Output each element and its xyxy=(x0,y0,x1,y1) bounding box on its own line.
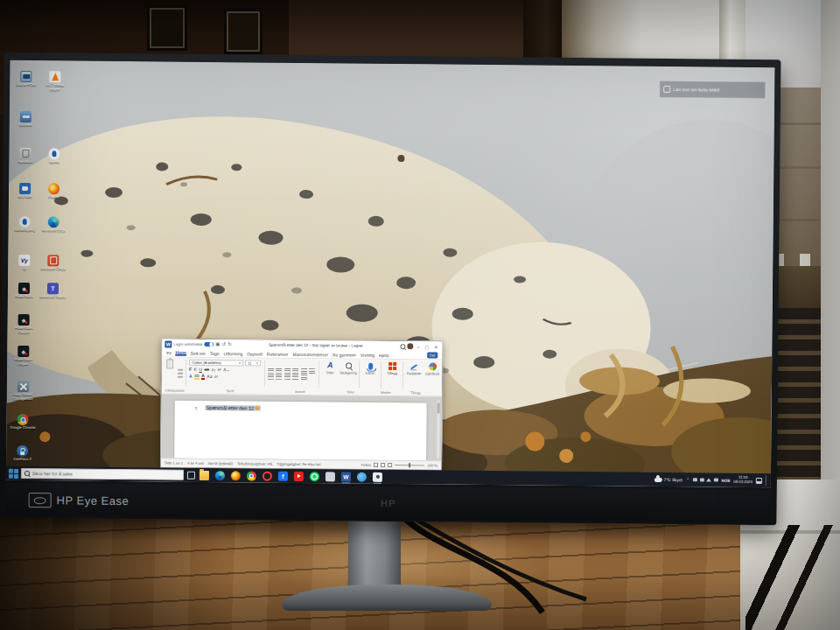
document-scrollbar[interactable] xyxy=(437,401,440,458)
clock[interactable]: 11:18 08.03.2024 xyxy=(733,476,752,485)
desktop-icon-chat-app[interactable]: Min Side xyxy=(11,183,38,200)
tab-hjem[interactable]: Hjem xyxy=(176,350,186,356)
start-button[interactable] xyxy=(9,468,18,478)
scrollbar-thumb[interactable] xyxy=(437,403,440,414)
taskbar-firefox[interactable] xyxy=(229,468,242,482)
web-layout-icon[interactable] xyxy=(388,463,392,467)
font-name-combo[interactable]: Calibri (Brødtekst)▾ xyxy=(189,360,243,367)
desktop-icon-recycle-bin[interactable]: Papirkurv xyxy=(11,148,38,164)
desktop-icon-vy[interactable]: VyVy xyxy=(10,255,38,271)
desktop-icon-keepass[interactable]: KeePass 2 xyxy=(9,445,36,462)
text-predictions[interactable]: Tekstforutsigelser: På xyxy=(237,461,272,466)
read-mode-icon[interactable] xyxy=(374,463,378,467)
close-button[interactable]: ✕ xyxy=(432,344,439,349)
save-icon[interactable]: ▣ xyxy=(215,342,220,347)
autosave-toggle[interactable] xyxy=(204,342,214,347)
taskbar-app[interactable] xyxy=(324,469,337,483)
tab-oppsett[interactable]: Oppsett xyxy=(247,351,262,356)
network-icon[interactable] xyxy=(706,478,711,481)
share-button[interactable]: Del xyxy=(427,352,438,358)
battery-icon[interactable] xyxy=(700,478,704,481)
autocorrect-badge-icon[interactable] xyxy=(256,406,260,410)
accessibility-checker[interactable]: Tilgjengelighet: Se etter feil xyxy=(276,462,320,466)
desktop-icon-configurator[interactable]: Easy-Smart Configurator xyxy=(10,381,37,402)
focus-mode[interactable]: Fokus xyxy=(361,463,371,467)
eye-ease-icon xyxy=(29,493,52,508)
addins-button[interactable]: Tillegg xyxy=(384,361,400,388)
desktop-icon-poker-3[interactable]: ♠PokerStars Vegas xyxy=(10,346,37,367)
taskbar-photos[interactable] xyxy=(355,470,368,484)
tab-sett-inn[interactable]: Sett inn xyxy=(191,350,206,355)
zoom-level[interactable]: 100 % xyxy=(427,463,438,467)
search-icon[interactable] xyxy=(400,343,406,349)
taskbar-search-input[interactable]: Skriv her for å søke xyxy=(21,468,184,480)
print-layout-icon[interactable] xyxy=(381,463,385,467)
task-view-button[interactable] xyxy=(186,471,195,480)
taskbar-facebook[interactable]: f xyxy=(276,469,290,483)
dictate-button[interactable]: Dikter xyxy=(362,361,378,388)
undo-icon[interactable]: ↺ xyxy=(222,342,227,347)
volume-icon[interactable] xyxy=(714,479,718,482)
taskbar-youtube[interactable] xyxy=(292,469,305,483)
document-area[interactable]: ¶ Spørsmål etter den 12 xyxy=(161,394,442,460)
show-desktop-button[interactable] xyxy=(766,475,767,486)
language-indicator[interactable]: Norsk (bokmål) xyxy=(208,461,233,466)
tray-icons[interactable] xyxy=(693,478,718,481)
eye-ease-label: HP Eye Ease xyxy=(57,494,130,508)
tab-hjelp[interactable]: Hjelp xyxy=(379,352,388,357)
font-buttons-row1[interactable]: FKUabx₂x²A⌄ xyxy=(189,367,262,373)
tab-fil[interactable]: Fil xyxy=(166,350,171,355)
tray-overflow-chevron[interactable]: ⌃ xyxy=(686,477,690,482)
tab-masseutsendelser[interactable]: Masseutsendelser xyxy=(293,351,329,356)
tab-utforming[interactable]: Utforming xyxy=(224,351,243,356)
taskbar-file-explorer[interactable] xyxy=(198,468,211,482)
desktop-icon-firefox[interactable]: Firefox xyxy=(40,183,67,200)
desktop-icon-heat-app[interactable]: Varme xyxy=(40,148,67,164)
desktop-icon-edge[interactable]: Microsoft Edge xyxy=(40,216,67,233)
spotlight-caption-toast[interactable]: Lær mer om dette bildet xyxy=(659,80,766,99)
font-size-combo[interactable]: 11▾ xyxy=(245,360,261,366)
taskbar-word[interactable]: W xyxy=(340,469,353,483)
tab-se-gjennom[interactable]: Se gjennom xyxy=(332,352,356,357)
desktop-icon-poker-1[interactable]: ♠PokerStars xyxy=(10,283,38,299)
zoom-slider-thumb[interactable] xyxy=(409,463,410,467)
font-buttons-row2[interactable]: AabAAaA^ xyxy=(189,373,262,381)
taskbar-whatsapp[interactable] xyxy=(308,469,321,483)
zoom-slider[interactable] xyxy=(395,465,424,466)
onedrive-icon[interactable] xyxy=(693,478,697,481)
tab-visning[interactable]: Visning xyxy=(360,352,374,357)
desktop-icon-vlc[interactable]: VLC media player xyxy=(41,71,68,92)
minimize-button[interactable]: – xyxy=(416,344,422,349)
tab-referanser[interactable]: Referanser xyxy=(267,351,289,356)
restore-button[interactable]: ▢ xyxy=(423,344,430,349)
desktop-icon-teams[interactable]: TMicrosoft Teams xyxy=(39,283,66,299)
editor-button[interactable]: Redaktør xyxy=(406,361,422,388)
desktop-icon-printers[interactable]: Skrivere xyxy=(12,111,39,128)
paragraph-buttons-row2[interactable] xyxy=(268,374,316,381)
picture-frame xyxy=(224,9,262,54)
paste-button[interactable] xyxy=(164,360,175,387)
word-count[interactable]: 4 av 4 ord xyxy=(187,461,204,466)
page-indicator[interactable]: Side 1 av 1 xyxy=(164,461,183,466)
desktop-icon-boiler-app[interactable]: Varmestyring xyxy=(11,216,38,233)
reuse-files-button[interactable]: Gjenbruk xyxy=(424,361,440,388)
styles-button[interactable]: AStiler xyxy=(322,360,338,388)
taskbar-camera[interactable] xyxy=(371,470,384,484)
desktop-icon-office[interactable]: Microsoft Office xyxy=(39,255,66,271)
desktop-icon-poker-2[interactable]: ♠PokerStars Casino xyxy=(10,314,37,335)
action-center-icon[interactable] xyxy=(756,478,762,484)
redo-icon[interactable]: ↻ xyxy=(228,342,232,347)
language-switcher[interactable]: NOB xyxy=(722,478,731,482)
taskbar-opera[interactable] xyxy=(261,469,274,483)
desktop-icon-chrome[interactable]: Google Chrome xyxy=(9,414,36,430)
tab-tegn[interactable]: Tegn xyxy=(210,351,220,356)
taskbar-edge[interactable] xyxy=(214,468,227,482)
selected-text[interactable]: Spørsmål etter den 12 xyxy=(206,405,261,411)
taskbar-chrome[interactable] xyxy=(245,468,258,482)
desktop-icon-this-pc[interactable]: Denne PCen xyxy=(12,71,39,88)
account-avatar[interactable] xyxy=(408,343,414,349)
editing-button[interactable]: Redigering xyxy=(340,360,356,388)
weather-widget[interactable]: 7°C Skyet xyxy=(654,477,682,481)
clipboard-small-buttons[interactable] xyxy=(178,360,183,387)
paragraph-buttons-row1[interactable] xyxy=(268,368,316,374)
